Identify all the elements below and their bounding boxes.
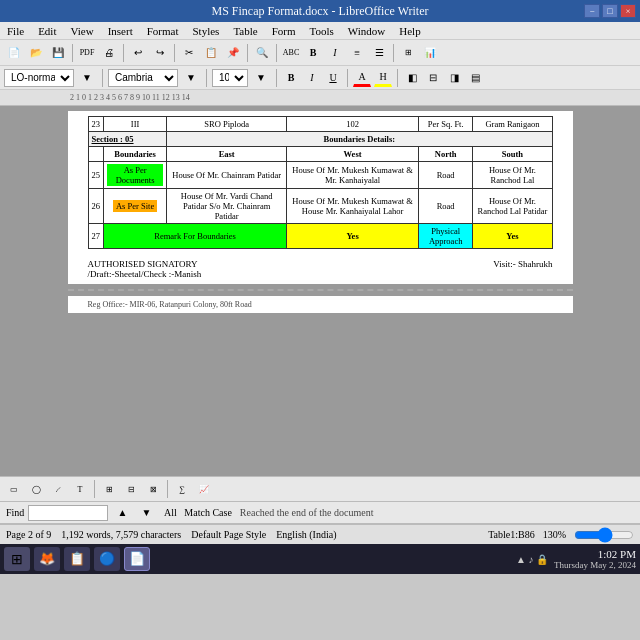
window-controls: − □ × [584, 4, 636, 18]
page-info: Page 2 of 9 [6, 529, 51, 540]
highlight-btn[interactable]: H [374, 69, 392, 87]
document-area: 23 III SRO Piploda 102 Per Sq. Ft. Gram … [0, 106, 640, 476]
menu-window[interactable]: Window [345, 25, 388, 37]
pdf-btn[interactable]: PDF [77, 43, 97, 63]
cell-23-gram: Gram Ranigaon [473, 117, 552, 132]
style-dropdown[interactable]: ▼ [77, 68, 97, 88]
italic-btn[interactable]: I [325, 43, 345, 63]
writer-btn[interactable]: 📄 [124, 547, 150, 571]
find-input[interactable] [28, 505, 108, 521]
menu-view[interactable]: View [67, 25, 96, 37]
bold-btn[interactable]: B [303, 43, 323, 63]
align-left[interactable]: ≡ [347, 43, 367, 63]
align-right-btn[interactable]: ◨ [445, 69, 463, 87]
cell-26-west: House Of Mr. Mukesh Kumawat & House Mr. … [287, 189, 419, 224]
draw-btn-4[interactable]: T [70, 479, 90, 499]
font-select[interactable]: Cambria [108, 69, 178, 87]
menu-tools[interactable]: Tools [307, 25, 337, 37]
find-prev-btn[interactable]: ▲ [112, 503, 132, 523]
clock: 1:02 PM Thursday May 2, 2024 [554, 548, 636, 570]
menu-format[interactable]: Format [144, 25, 182, 37]
visit-label: Visit:- Shahrukh [493, 259, 552, 269]
spellcheck-btn[interactable]: ABC [281, 43, 301, 63]
doc-page: 23 III SRO Piploda 102 Per Sq. Ft. Gram … [68, 111, 573, 284]
minimize-btn[interactable]: − [584, 4, 600, 18]
cell-25-south: House Of Mr. Ranchod Lal [473, 162, 552, 189]
open-btn[interactable]: 📂 [26, 43, 46, 63]
formula-btn[interactable]: ∑ [172, 479, 192, 499]
files-btn[interactable]: 📋 [64, 547, 90, 571]
time-display: 1:02 PM [554, 548, 636, 560]
draw-btn-2[interactable]: ◯ [26, 479, 46, 499]
table-merge[interactable]: ⊠ [143, 479, 163, 499]
close-btn[interactable]: × [620, 4, 636, 18]
bold-format-btn[interactable]: B [282, 69, 300, 87]
col-west-header: West [287, 147, 419, 162]
firefox-btn[interactable]: 🦊 [34, 547, 60, 571]
size-dropdown[interactable]: ▼ [251, 68, 271, 88]
justify-btn[interactable]: ▤ [466, 69, 484, 87]
find-all-btn[interactable]: All [160, 503, 180, 523]
chart-btn[interactable]: 📊 [420, 43, 440, 63]
menu-help[interactable]: Help [396, 25, 423, 37]
sep3 [174, 44, 175, 62]
save-btn[interactable]: 💾 [48, 43, 68, 63]
cell-ref: Table1:B86 [488, 529, 535, 540]
word-count: 1,192 words, 7,579 characters [61, 529, 181, 540]
find-btn[interactable]: 🔍 [252, 43, 272, 63]
section-row: Section : 05 Boundaries Details: [88, 132, 552, 147]
align-center[interactable]: ☰ [369, 43, 389, 63]
draw-btn-1[interactable]: ▭ [4, 479, 24, 499]
bottom-toolbar-1: ▭ ◯ ⟋ T ⊞ ⊟ ⊠ ∑ 📈 [0, 476, 640, 502]
redo-btn[interactable]: ↪ [150, 43, 170, 63]
maximize-btn[interactable]: □ [602, 4, 618, 18]
date-display: Thursday May 2, 2024 [554, 560, 636, 570]
menu-file[interactable]: File [4, 25, 27, 37]
cell-25-badge: As Per Documents [104, 162, 167, 189]
underline-format-btn[interactable]: U [324, 69, 342, 87]
font-color-btn[interactable]: A [353, 69, 371, 87]
cell-27-yes1: Yes [287, 224, 419, 249]
fmt-sep4 [347, 69, 348, 87]
align-left-btn[interactable]: ◧ [403, 69, 421, 87]
zoom-slider[interactable] [574, 529, 634, 541]
menu-insert[interactable]: Insert [105, 25, 136, 37]
undo-btn[interactable]: ↩ [128, 43, 148, 63]
new-btn[interactable]: 📄 [4, 43, 24, 63]
menu-form[interactable]: Form [269, 25, 299, 37]
paste-btn[interactable]: 📌 [223, 43, 243, 63]
cut-btn[interactable]: ✂ [179, 43, 199, 63]
menu-table[interactable]: Table [230, 25, 260, 37]
cell-25-north: Road [418, 162, 472, 189]
table-insert[interactable]: ⊞ [398, 43, 418, 63]
status-bar: Page 2 of 9 1,192 words, 7,579 character… [0, 524, 640, 544]
app3-btn[interactable]: 🔵 [94, 547, 120, 571]
align-center-btn[interactable]: ⊟ [424, 69, 442, 87]
draw-btn-3[interactable]: ⟋ [48, 479, 68, 499]
table-row-27: 27 Remark For Boundaries Yes Physical Ap… [88, 224, 552, 249]
status-right: Table1:B86 130% [488, 529, 634, 541]
chart-insert-btn[interactable]: 📈 [194, 479, 214, 499]
page-break [68, 284, 573, 296]
copy-btn[interactable]: 📋 [201, 43, 221, 63]
find-next-btn[interactable]: ▼ [136, 503, 156, 523]
menu-styles[interactable]: Styles [189, 25, 222, 37]
format-bar: LO-normal ▼ Cambria ▼ 10 pt ▼ B I U A H … [0, 66, 640, 90]
font-dropdown[interactable]: ▼ [181, 68, 201, 88]
table-row-insert[interactable]: ⊞ [99, 479, 119, 499]
table-row-26: 26 As Per Site House Of Mr. Vardi Chand … [88, 189, 552, 224]
size-select[interactable]: 10 pt [212, 69, 248, 87]
menu-edit[interactable]: Edit [35, 25, 59, 37]
style-select[interactable]: LO-normal [4, 69, 74, 87]
fmt-sep5 [397, 69, 398, 87]
cell-25-east: House Of Mr. Chainram Patidar [167, 162, 287, 189]
start-btn[interactable]: ⊞ [4, 547, 30, 571]
italic-format-btn[interactable]: I [303, 69, 321, 87]
col-north-header: North [418, 147, 472, 162]
systray-area: ▲ ♪ 🔒 1:02 PM Thursday May 2, 2024 [516, 548, 636, 570]
badge-as-per-site: As Per Site [113, 200, 157, 212]
table-col-insert[interactable]: ⊟ [121, 479, 141, 499]
print-btn[interactable]: 🖨 [99, 43, 119, 63]
fmt-sep2 [206, 69, 207, 87]
next-page-text: Reg Office:- MIR-06, Ratanpuri Colony, 8… [88, 300, 252, 309]
